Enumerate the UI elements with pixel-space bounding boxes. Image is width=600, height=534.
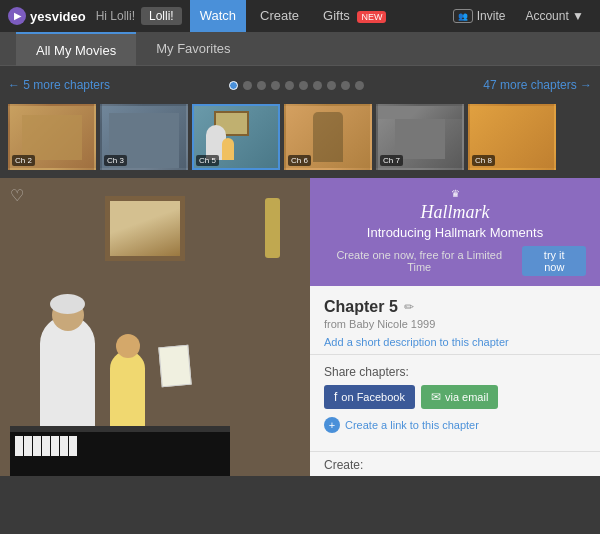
video-panel[interactable]: ♡ [0,178,310,476]
share-email-button[interactable]: ✉ via email [421,385,498,409]
hallmark-cta-text: Create one now, free for a Limited Time [324,249,514,273]
main-content: ♡ ♛ Hallmark Introducing Hallmark Moment… [0,178,600,476]
dot-8[interactable] [327,81,336,90]
logo[interactable]: ▶ yesvideo [8,7,86,25]
facebook-icon: f [334,390,337,404]
hallmark-banner: ♛ Hallmark Introducing Hallmark Moments … [310,178,600,286]
edit-chapter-icon[interactable]: ✏ [404,300,414,314]
share-facebook-button[interactable]: f on Facebook [324,385,415,409]
thumb-4[interactable]: Ch 6 [284,104,372,170]
hallmark-try-button[interactable]: try it now [522,246,586,276]
dot-1[interactable] [229,81,238,90]
thumb-6-label: Ch 8 [472,155,495,166]
thumbnails-strip: Ch 2 Ch 3 Ch 5 Ch 6 Ch 7 Ch 8 [0,104,600,178]
create-link-button[interactable]: + Create a link to this chapter [324,417,586,433]
nav-create[interactable]: Create [250,0,309,32]
navbar: ▶ yesvideo Hi Lolli! Lolli! Watch Create… [0,0,600,32]
tab-favorites[interactable]: My Favorites [136,32,250,66]
invite-icon: 👥 [453,9,473,23]
dot-9[interactable] [341,81,350,90]
dot-4[interactable] [271,81,280,90]
prev-chapters[interactable]: ← 5 more chapters [8,78,110,92]
dot-10[interactable] [355,81,364,90]
add-description-link[interactable]: Add a short description to this chapter [324,336,586,348]
chapter-dots [114,81,479,90]
video-display [0,178,310,476]
dot-6[interactable] [299,81,308,90]
thumb-6[interactable]: Ch 8 [468,104,556,170]
dot-5[interactable] [285,81,294,90]
plus-icon: + [324,417,340,433]
next-chapters[interactable]: 47 more chapters → [483,78,592,92]
create-section: Create: ✂ Snippet DVD Expired [310,451,600,476]
thumb-2-label: Ch 3 [104,155,127,166]
info-panel: ♛ Hallmark Introducing Hallmark Moments … [310,178,600,476]
thumb-1-label: Ch 2 [12,155,35,166]
username: Lolli! [141,7,182,25]
hallmark-logo: Hallmark [324,202,586,223]
chapter-title: Chapter 5 [324,298,398,316]
create-label: Create: [324,458,586,472]
invite-button[interactable]: 👥 Invite [445,9,514,23]
chapter-info: Chapter 5 ✏ from Baby Nicole 1999 Add a … [310,286,600,355]
thumb-2[interactable]: Ch 3 [100,104,188,170]
nav-gifts[interactable]: Gifts NEW [313,0,396,32]
email-icon: ✉ [431,390,441,404]
dot-7[interactable] [313,81,322,90]
dot-3[interactable] [257,81,266,90]
gifts-badge: NEW [357,11,386,23]
thumb-3-label: Ch 5 [196,155,219,166]
tabs-bar: All My Movies My Favorites [0,32,600,66]
dot-2[interactable] [243,81,252,90]
tab-all-movies[interactable]: All My Movies [16,32,136,66]
hallmark-crown-icon: ♛ [324,188,586,199]
thumb-5[interactable]: Ch 7 [376,104,464,170]
account-menu[interactable]: Account ▼ [517,9,592,23]
hallmark-title: Introducing Hallmark Moments [324,225,586,240]
greeting: Hi Lolli! [96,9,135,23]
logo-icon: ▶ [8,7,26,25]
thumb-5-label: Ch 7 [380,155,403,166]
favorite-heart-icon[interactable]: ♡ [10,186,24,205]
thumb-4-label: Ch 6 [288,155,311,166]
thumb-3[interactable]: Ch 5 [192,104,280,170]
logo-text: yesvideo [30,9,86,24]
chapter-from: from Baby Nicole 1999 [324,318,586,330]
share-section: Share chapters: f on Facebook ✉ via emai… [310,355,600,451]
filmstrip-nav-bar: ← 5 more chapters 47 more chapters → [0,66,600,104]
nav-watch[interactable]: Watch [190,0,246,32]
thumb-1[interactable]: Ch 2 [8,104,96,170]
share-label: Share chapters: [324,365,586,379]
